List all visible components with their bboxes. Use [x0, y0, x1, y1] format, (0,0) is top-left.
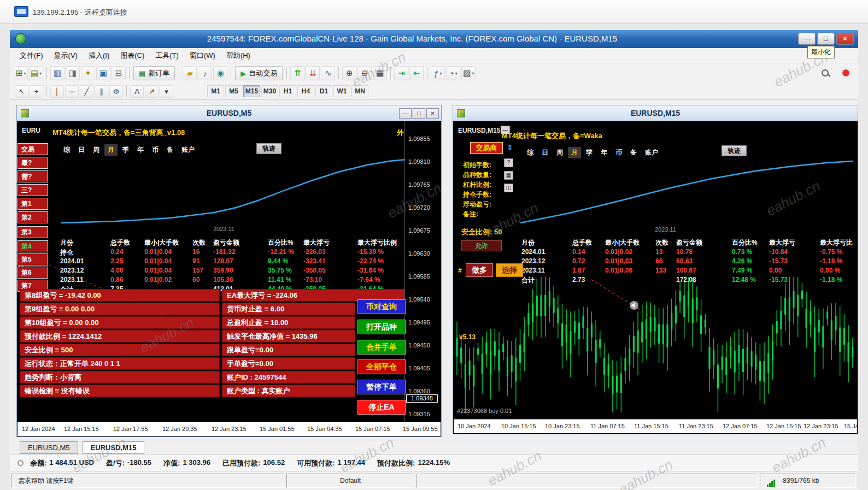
maximize-button[interactable]: □ — [817, 33, 835, 45]
mini-button-2[interactable]: ▦ — [504, 171, 513, 180]
profile-segment[interactable]: Default — [286, 474, 414, 488]
period-tab-周[interactable]: 周 — [553, 147, 566, 158]
broker-button[interactable]: 交易商 — [470, 142, 503, 154]
chart-shift-icon[interactable]: ⇤ — [409, 66, 424, 80]
ea-action-button-4[interactable]: 全部平仓 — [357, 359, 406, 374]
trendline-icon[interactable]: ╱ — [80, 85, 93, 98]
period-tab-综[interactable]: 综 — [60, 144, 73, 156]
chart-window-eurusd-m5[interactable]: EURUSD,M5 —□× EURU MT4统计每一笔交易，备=三角背离_v1.… — [16, 105, 442, 437]
track-button[interactable]: 轨迹 — [256, 143, 281, 154]
chart-area-eurusd-m5[interactable]: EURU MT4统计每一笔交易，备=三角背离_v1.08 外 综日周月季年币备账… — [17, 121, 441, 436]
ea-action-button-3[interactable]: 合并手单 — [357, 340, 406, 355]
side-button-3[interactable]: 需? — [17, 170, 48, 182]
bottom-tab-EURUSD,M15[interactable]: EURUSD,M15 — [83, 441, 145, 454]
period-tab-日[interactable]: 日 — [75, 144, 88, 156]
period-tab-账户[interactable]: 账户 — [178, 144, 198, 156]
side-button-10[interactable]: 第6 — [17, 267, 48, 279]
notification-badge[interactable] — [841, 68, 851, 78]
period-tab-备[interactable]: 备 — [627, 147, 640, 158]
timeframe-button-MN[interactable]: MN — [351, 85, 368, 97]
fibonacci-icon[interactable]: Φ — [109, 85, 123, 98]
select-button[interactable]: 选择 — [496, 263, 523, 277]
broom-icon[interactable]: ▰ — [183, 66, 197, 80]
tile-windows-icon[interactable]: ▦ — [373, 66, 387, 80]
allow-button[interactable]: 允许 — [461, 240, 502, 251]
timeframe-button-H1[interactable]: H1 — [279, 85, 296, 97]
period-tab-日[interactable]: 日 — [538, 147, 552, 158]
bars-up-icon[interactable]: ⇈ — [290, 66, 304, 80]
side-button-7[interactable]: 第3 — [17, 226, 48, 238]
side-button-4[interactable]: 三? — [17, 184, 48, 196]
chart-titlebar-m5[interactable]: EURUSD,M5 —□× — [17, 105, 441, 121]
period-tab-月[interactable]: 月 — [568, 147, 581, 158]
side-button-2[interactable]: 最? — [17, 157, 48, 169]
period-tab-综[interactable]: 综 — [524, 147, 537, 158]
chart-minimize-button[interactable]: — — [399, 108, 412, 119]
period-tab-年[interactable]: 年 — [597, 147, 611, 158]
navigator-icon[interactable]: ✦ — [81, 66, 95, 80]
timeframe-button-M1[interactable]: M1 — [207, 85, 224, 97]
vertical-line-icon[interactable]: │ — [50, 85, 64, 98]
collapse-panel-button[interactable]: — — [501, 126, 510, 134]
arrows-icon[interactable]: ↗ — [145, 85, 159, 98]
new-chart-icon[interactable]: ⊞▾ — [14, 66, 28, 80]
period-tab-币[interactable]: 币 — [149, 144, 162, 156]
buy-button[interactable]: 做多 — [466, 263, 493, 277]
chart-area-eurusd-m15[interactable]: EURUSD,M15 — MT4统计每一笔交易，备=Waka 交易商 ⇕ 综日周… — [454, 121, 857, 433]
market-watch-icon[interactable]: ▥ — [50, 66, 64, 80]
chart-titlebar-m15[interactable]: EURUSD,M15 — [453, 105, 858, 121]
sound-icon[interactable]: ♪ — [198, 66, 212, 80]
period-tab-周[interactable]: 周 — [90, 144, 103, 156]
zoom-out-icon[interactable]: ⊖ — [357, 66, 372, 80]
data-window-icon[interactable]: ◨ — [66, 66, 80, 80]
auto-scroll-icon[interactable]: ⇥ — [394, 66, 408, 80]
minimize-button[interactable]: — — [798, 33, 816, 45]
crosshair-icon[interactable]: + — [30, 85, 43, 98]
menu-item-图表(C)[interactable]: 图表(C) — [115, 49, 150, 63]
periods-icon[interactable]: ◔▾ — [446, 66, 460, 80]
menu-item-帮助(H)[interactable]: 帮助(H) — [221, 49, 256, 63]
text-icon[interactable]: A — [130, 85, 144, 98]
timeframe-button-M30[interactable]: M30 — [261, 85, 278, 97]
bottom-tab-EURUSD,M5[interactable]: EURUSD,M5 — [20, 441, 78, 454]
indicators-icon[interactable]: ƒ▾ — [431, 66, 445, 80]
period-tab-年[interactable]: 年 — [134, 144, 147, 156]
period-tab-季[interactable]: 季 — [119, 144, 132, 156]
menu-item-窗口(W)[interactable]: 窗口(W) — [184, 49, 221, 63]
side-button-1[interactable]: 交易 — [17, 143, 48, 155]
track-button[interactable]: 轨迹 — [722, 145, 747, 156]
menu-item-插入(I)[interactable]: 插入(I) — [83, 49, 115, 63]
mini-button-3[interactable]: ◫ — [504, 184, 513, 192]
cursor-icon[interactable]: ↖ — [15, 85, 28, 98]
side-button-9[interactable]: 第5 — [17, 253, 48, 265]
chart-window-eurusd-m15[interactable]: EURUSD,M15 EURUSD,M15 — MT4统计每一笔交易，备=Wak… — [453, 105, 858, 434]
line-chart-icon[interactable]: ∿ — [321, 66, 335, 80]
timeframe-button-W1[interactable]: W1 — [333, 85, 350, 97]
mini-button-1[interactable]: ? — [504, 158, 513, 167]
strategy-tester-icon[interactable]: ⊟ — [112, 66, 126, 80]
ea-action-button-2[interactable]: 打开品种 — [357, 320, 406, 334]
chart-maximize-button[interactable]: □ — [413, 108, 425, 119]
timeframe-button-M15[interactable]: M15 — [243, 85, 260, 97]
shapes-icon[interactable]: ▾ — [160, 85, 173, 98]
close-button[interactable]: × — [836, 33, 854, 45]
horizontal-line-icon[interactable]: ─ — [65, 85, 79, 98]
profiles-icon[interactable]: ▤▾ — [29, 66, 43, 80]
ea-action-button-1[interactable]: 币对查询 — [357, 299, 406, 314]
period-tab-月[interactable]: 月 — [104, 144, 118, 156]
period-tab-备[interactable]: 备 — [163, 144, 177, 156]
side-button-8[interactable]: 第4 — [17, 240, 48, 252]
side-button-5[interactable]: 第1 — [17, 198, 48, 210]
terminal-icon[interactable]: ▣ — [96, 66, 110, 80]
ea-action-button-5[interactable]: 暂停下单 — [357, 380, 406, 394]
auto-trading-button[interactable]: ▶自动交易 — [235, 66, 283, 80]
templates-icon[interactable]: ▨▾ — [461, 66, 476, 80]
profile-name[interactable]: Default — [340, 477, 361, 485]
period-tab-币[interactable]: 币 — [612, 147, 625, 158]
period-tab-季[interactable]: 季 — [583, 147, 596, 158]
menu-item-显示(V)[interactable]: 显示(V) — [49, 49, 83, 63]
menu-item-工具(T)[interactable]: 工具(T) — [150, 49, 184, 63]
ea-action-button-6[interactable]: 停止EA — [357, 400, 406, 415]
timeframe-button-H4[interactable]: H4 — [297, 85, 314, 97]
channel-icon[interactable]: ∥ — [95, 85, 108, 98]
